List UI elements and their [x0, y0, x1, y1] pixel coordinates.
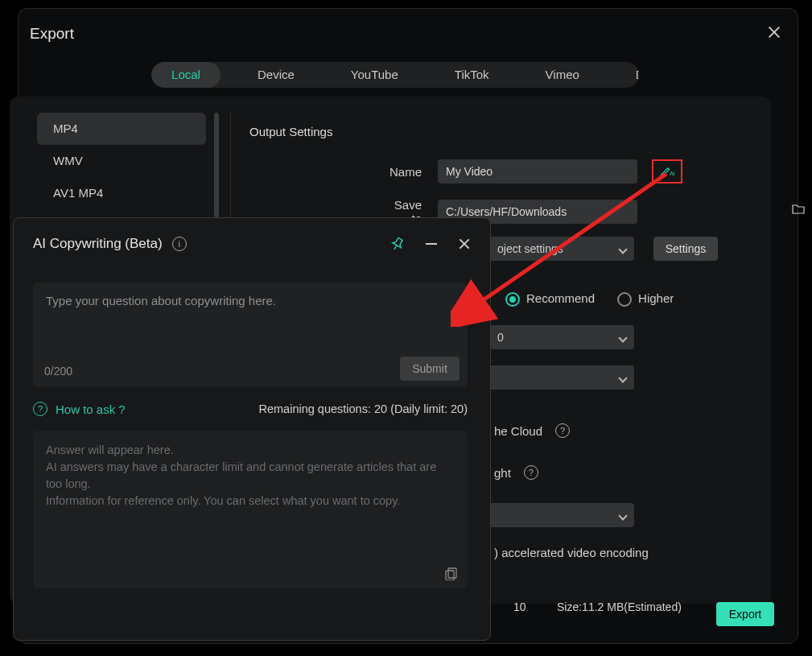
cloud-row: he Cloud	[494, 423, 570, 438]
dropdown-1[interactable]: 0	[489, 325, 634, 349]
how-to-ask-link[interactable]: How to ask ?	[56, 402, 126, 416]
close-icon[interactable]	[458, 237, 471, 250]
quality-radios: Recommend Higher	[505, 291, 674, 307]
light-label: ght	[494, 466, 511, 480]
format-wmv[interactable]: WMV	[37, 145, 206, 177]
char-count: 0/200	[44, 365, 72, 378]
settings-button[interactable]: Settings	[653, 237, 718, 261]
format-mp4[interactable]: MP4	[37, 113, 206, 145]
tab-device[interactable]: Device	[245, 62, 307, 88]
row-name: Name AI	[386, 159, 682, 184]
dialog-title: Export	[30, 25, 74, 43]
encoding-label: ) accelerated video encoding	[494, 546, 649, 559]
dropdown-3[interactable]	[489, 503, 634, 527]
chevron-down-icon	[618, 511, 627, 520]
chevron-down-icon	[618, 373, 627, 382]
ai-question-input[interactable]: Type your question about copywriting her…	[33, 283, 468, 387]
preset-dropdown[interactable]: oject settings	[489, 237, 634, 261]
info-icon[interactable]	[524, 465, 538, 480]
format-list: MP4 WMV AV1 MP4	[37, 113, 206, 209]
answer-line: Answer will appear here.	[46, 442, 455, 459]
ai-help-row: ? How to ask ? Remaining questions: 20 (…	[33, 402, 468, 416]
chevron-down-icon	[618, 245, 627, 254]
chevron-down-icon	[618, 333, 627, 342]
pin-icon[interactable]	[390, 237, 405, 251]
format-av1mp4[interactable]: AV1 MP4	[37, 177, 206, 209]
svg-rect-1	[448, 568, 456, 578]
preset-dropdown-label: oject settings	[497, 242, 563, 255]
dropdown-2[interactable]	[489, 365, 634, 390]
ai-copywriting-panel: AI Copywriting (Beta) i Type your questi…	[13, 217, 491, 641]
footer-size: Size:11.2 MB(Estimated)	[557, 600, 682, 613]
info-icon[interactable]	[555, 423, 570, 438]
radio-higher[interactable]: Higher	[617, 291, 674, 307]
radio-recommend[interactable]: Recommend	[505, 291, 595, 307]
tab-local[interactable]: Local	[151, 62, 221, 88]
export-tabs: Local Device YouTube TikTok Vimeo DVD	[151, 62, 639, 88]
radio-on-icon	[505, 292, 520, 307]
question-icon: ?	[33, 402, 47, 416]
tab-youtube[interactable]: YouTube	[338, 62, 411, 88]
ai-title: AI Copywriting (Beta)	[33, 236, 163, 252]
name-input[interactable]	[438, 159, 637, 184]
copy-icon[interactable]	[445, 567, 458, 580]
radio-off-icon	[617, 292, 632, 307]
remaining-questions: Remaining questions: 20 (Daily limit: 20…	[259, 402, 468, 415]
ai-edit-button[interactable]: AI	[652, 159, 682, 184]
dropdown-1-value: 0	[497, 331, 504, 344]
answer-line: AI answers may have a character limit an…	[46, 459, 455, 493]
footer-value: 10	[513, 600, 526, 613]
name-label: Name	[386, 165, 422, 179]
info-icon[interactable]: i	[172, 237, 187, 251]
cloud-label: he Cloud	[494, 424, 542, 438]
ai-answer-box: Answer will appear here. AI answers may …	[33, 431, 468, 588]
tab-vimeo[interactable]: Vimeo	[533, 62, 592, 88]
close-icon[interactable]	[767, 25, 781, 39]
light-row: ght	[494, 465, 538, 480]
ai-titlebar: AI Copywriting (Beta) i	[33, 234, 471, 254]
ai-placeholder: Type your question about copywriting her…	[46, 294, 455, 307]
format-scrollbar[interactable]	[214, 113, 219, 217]
submit-button[interactable]: Submit	[400, 357, 460, 381]
folder-icon[interactable]	[792, 203, 805, 214]
svg-rect-2	[446, 571, 454, 580]
tab-tiktok[interactable]: TikTok	[442, 62, 502, 88]
pencil-ai-icon: AI	[659, 164, 675, 179]
minimize-icon[interactable]	[426, 243, 437, 245]
svg-text:AI: AI	[670, 171, 674, 176]
answer-line: Information for reference only. You can …	[46, 493, 455, 510]
output-settings-heading: Output Settings	[249, 125, 332, 138]
export-button[interactable]: Export	[716, 602, 774, 626]
